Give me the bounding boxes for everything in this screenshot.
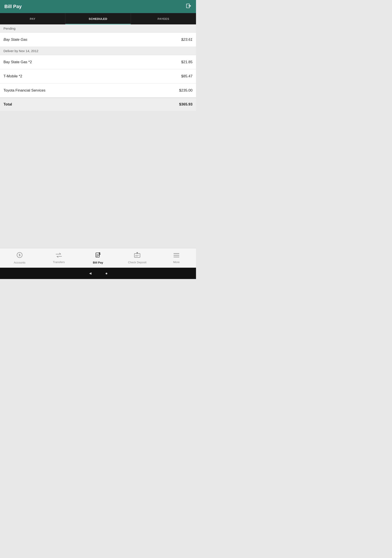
item-name: Bay State Gas	[3, 37, 27, 42]
content-area: Pending Bay State Gas $23.61 Deliver by …	[0, 24, 196, 111]
section-header-pending: Pending	[0, 24, 196, 33]
total-row: Total $365.93	[0, 98, 196, 111]
checkdeposit-icon	[134, 252, 140, 259]
nav-checkdeposit-label: Check Deposit	[128, 261, 146, 264]
empty-area	[0, 111, 196, 247]
billpay-icon	[95, 252, 101, 260]
nav-billpay-label: Bill Pay	[93, 261, 103, 264]
svg-rect-9	[134, 253, 140, 257]
system-bar: ◄ ●	[0, 268, 196, 279]
item-name: Bay State Gas *2	[3, 60, 32, 64]
nav-checkdeposit[interactable]: Check Deposit	[118, 248, 157, 268]
nav-accounts-label: Accounts	[14, 261, 25, 264]
bottom-nav: $ Accounts Transfers	[0, 248, 196, 268]
svg-rect-5	[99, 253, 100, 254]
nav-accounts[interactable]: $ Accounts	[0, 248, 39, 268]
app-header: Bill Pay	[0, 0, 196, 13]
page-title: Bill Pay	[4, 4, 22, 9]
item-amount: $23.61	[181, 37, 193, 42]
accounts-icon: $	[17, 252, 23, 260]
item-amount: $85.47	[181, 74, 193, 78]
home-button[interactable]: ●	[105, 271, 108, 276]
logout-icon[interactable]	[186, 3, 192, 10]
nav-transfers[interactable]: Transfers	[39, 248, 78, 268]
nav-transfers-label: Transfers	[53, 261, 65, 264]
tab-payees[interactable]: PAYEES	[131, 13, 196, 24]
total-label: Total	[3, 102, 12, 107]
list-item[interactable]: Bay State Gas *2 $21.85	[0, 55, 196, 69]
list-item[interactable]: T-Mobile *2 $85.47	[0, 69, 196, 84]
more-icon	[173, 253, 179, 259]
back-button[interactable]: ◄	[88, 271, 92, 276]
svg-rect-4	[96, 253, 99, 257]
list-item[interactable]: Toyota Financial Services $235.00	[0, 84, 196, 98]
item-amount: $21.85	[181, 60, 193, 64]
item-name: Toyota Financial Services	[3, 88, 45, 93]
item-amount: $235.00	[179, 88, 193, 93]
section-header-deliver-by: Deliver by Nov 14, 2012	[0, 47, 196, 55]
total-amount: $365.93	[179, 102, 193, 107]
nav-more-label: More	[173, 261, 180, 264]
list-item[interactable]: Bay State Gas $23.61	[0, 33, 196, 47]
item-name: T-Mobile *2	[3, 74, 22, 78]
transfers-icon	[56, 253, 62, 259]
nav-billpay[interactable]: Bill Pay	[78, 248, 118, 268]
svg-text:$: $	[19, 253, 20, 257]
tab-bar: PAY SCHEDULED PAYEES	[0, 13, 196, 24]
nav-more[interactable]: More	[157, 248, 196, 268]
tab-scheduled[interactable]: SCHEDULED	[65, 13, 131, 24]
tab-pay[interactable]: PAY	[0, 13, 65, 24]
